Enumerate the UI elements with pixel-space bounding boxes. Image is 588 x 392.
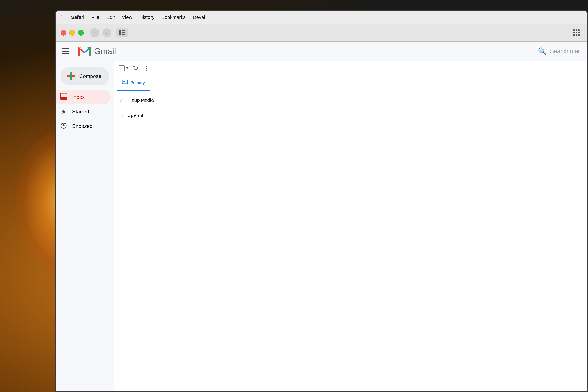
screen:  Safari File Edit View History Bookmark…: [56, 11, 587, 391]
email-sender-1: Picup Media: [128, 98, 189, 103]
checkbox-square: [119, 65, 124, 71]
sidebar-item-starred[interactable]: ★ Starred: [56, 104, 110, 119]
svg-rect-11: [60, 97, 67, 100]
hamburger-line-1: [62, 48, 69, 49]
clock-icon: [60, 122, 68, 130]
snoozed-label: Snoozed: [72, 123, 92, 129]
menubar-bookmarks[interactable]: Bookmarks: [158, 13, 189, 21]
inbox-label: Inbox: [72, 94, 85, 100]
star-toggle-1[interactable]: ☆: [119, 97, 124, 104]
star-icon: ★: [60, 108, 68, 115]
macbook-frame:  Safari File Edit View History Bookmark…: [55, 10, 588, 392]
search-area[interactable]: 🔍 Search mail: [538, 47, 580, 56]
svg-rect-18: [123, 80, 126, 81]
hamburger-line-2: [62, 51, 69, 52]
gmail-header: Gmail 🔍 Search mail: [56, 42, 587, 61]
inbox-icon: [60, 93, 68, 102]
svg-rect-3: [122, 34, 125, 35]
email-toolbar: ▾ ↻ ⋮: [114, 61, 587, 75]
search-icon: 🔍: [538, 47, 547, 56]
compose-label: Compose: [79, 73, 101, 79]
gmail-logo-text: Gmail: [94, 46, 116, 56]
primary-tab-label: Primary: [130, 80, 145, 85]
tab-primary[interactable]: Primary: [117, 75, 150, 91]
apple-menu[interactable]: : [60, 14, 63, 20]
extensions-button[interactable]: [570, 28, 582, 37]
menubar-develop[interactable]: Devel: [189, 13, 208, 21]
primary-tab-icon: [122, 79, 128, 86]
hamburger-line-3: [62, 53, 69, 54]
menubar:  Safari File Edit View History Bookmark…: [56, 11, 587, 24]
svg-rect-2: [122, 32, 125, 33]
email-list: ☆ Picup Media ☆ UpViral: [114, 91, 587, 125]
sidebar-toggle-button[interactable]: [116, 28, 128, 37]
gmail-sidebar: Compose Inbox ★ S: [56, 61, 114, 391]
compose-button[interactable]: Compose: [60, 67, 109, 85]
close-button[interactable]: [60, 30, 66, 36]
email-main: ▾ ↻ ⋮: [114, 61, 587, 391]
gmail-m-icon: [77, 45, 92, 58]
gmail-body: Compose Inbox ★ S: [56, 61, 587, 391]
menubar-edit[interactable]: Edit: [103, 13, 118, 21]
checkbox-dropdown-arrow[interactable]: ▾: [126, 66, 128, 70]
refresh-button[interactable]: ↻: [133, 64, 138, 72]
compose-plus-icon: [67, 72, 76, 80]
email-sender-2: UpViral: [128, 113, 189, 118]
menubar-safari[interactable]: Safari: [68, 13, 88, 21]
svg-rect-1: [122, 30, 125, 31]
starred-label: Starred: [72, 109, 89, 115]
forward-button[interactable]: ›: [102, 28, 112, 37]
menubar-history[interactable]: History: [136, 13, 158, 21]
svg-rect-4: [78, 48, 80, 56]
back-button[interactable]: ‹: [90, 28, 99, 37]
svg-rect-5: [89, 48, 91, 56]
hamburger-button[interactable]: [62, 46, 74, 57]
maximize-button[interactable]: [78, 30, 84, 36]
gmail-content: Gmail 🔍 Search mail: [56, 42, 587, 391]
menubar-file[interactable]: File: [88, 13, 103, 21]
search-placeholder: Search mail: [550, 48, 580, 54]
safari-toolbar: ‹ ›: [56, 24, 587, 42]
select-all-checkbox[interactable]: ▾: [119, 65, 128, 71]
menubar-view[interactable]: View: [118, 13, 136, 21]
star-toggle-2[interactable]: ☆: [119, 112, 124, 119]
svg-rect-0: [119, 30, 121, 35]
email-tabs: Primary: [114, 75, 587, 91]
back-icon: ‹: [94, 30, 95, 35]
sidebar-item-snoozed[interactable]: Snoozed: [56, 119, 110, 133]
traffic-lights: [60, 30, 84, 36]
more-options-button[interactable]: ⋮: [143, 64, 150, 72]
sidebar-item-inbox[interactable]: Inbox: [56, 90, 110, 104]
gmail-logo: [77, 45, 92, 58]
table-row[interactable]: ☆ Picup Media: [114, 92, 587, 108]
table-row[interactable]: ☆ UpViral: [114, 108, 587, 123]
forward-icon: ›: [106, 30, 108, 35]
svg-rect-19: [123, 82, 126, 82]
grid-icon: [573, 30, 580, 36]
sidebar-icon: [119, 30, 125, 35]
minimize-button[interactable]: [69, 30, 75, 36]
